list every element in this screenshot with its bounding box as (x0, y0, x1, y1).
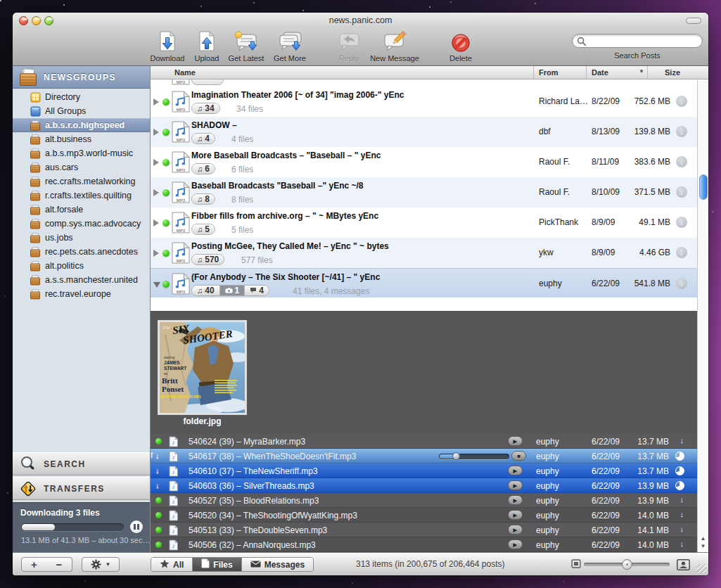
download-circle-icon[interactable]: ↓ (676, 186, 687, 198)
file-row[interactable]: ♪540520 (34) – TheShootingOfWyattKing.mp… (151, 508, 697, 523)
svg-text:MP3: MP3 (177, 168, 186, 172)
sidebar-item-all-groups[interactable]: All Groups (13, 104, 150, 118)
get-more-button[interactable]: Get More (264, 30, 316, 65)
download-circle-icon[interactable]: ↓ (676, 126, 687, 137)
action-menu-button[interactable]: ▼ (82, 557, 120, 572)
post-size: 541.8 MB (634, 279, 670, 288)
mp3-file-icon: MP3 (172, 91, 190, 115)
title-bar[interactable]: news.panic.com (13, 13, 708, 28)
sidebar-item-alt-forsale[interactable]: alt.forsale (13, 203, 150, 217)
download-arrow-icon[interactable]: ↓ (680, 539, 684, 548)
vertical-scrollbar[interactable]: ▲▼ (697, 79, 708, 552)
sidebar-item-rec-crafts-metalworking[interactable]: rec.crafts.metalworking (13, 174, 150, 188)
file-row[interactable]: ♪540624 (39) – MyraBarker.mp3▶euphy6/22/… (151, 434, 697, 449)
file-row[interactable]: ♪540506 (32) – AnnaNorquest.mp3▶euphy6/2… (151, 537, 697, 552)
new-message-button[interactable]: New Message (361, 30, 428, 65)
thumbnail-zoom-slider[interactable] (584, 563, 670, 566)
download-circle-icon[interactable]: ↓ (676, 156, 687, 167)
post-row[interactable]: MP3Posting McGee, They Called Me! – yEnc… (151, 238, 697, 268)
column-from[interactable]: From (539, 68, 559, 77)
sidebar-section-search[interactable]: SEARCH (13, 452, 150, 475)
filter-files[interactable]: Files (192, 558, 241, 571)
sidebar-item-directory[interactable]: Directory (13, 90, 150, 104)
sidebar-item-label: alt.politics (45, 261, 84, 271)
sidebar-item-comp-sys-mac-advocacy[interactable]: comp.sys.mac.advocacy (13, 217, 150, 231)
scrollbar-arrows[interactable]: ▲▼ (698, 535, 708, 550)
post-from: Raoul F. (539, 157, 570, 167)
sidebar-section-newsgroups[interactable]: NEWSGROUPS (13, 66, 150, 89)
play-button[interactable]: ▶ (508, 510, 523, 520)
file-row[interactable]: ↓♪540610 (37) – TheNewSheriff.mp3▶euphy6… (151, 464, 697, 478)
download-circle-icon[interactable]: ↓ (676, 96, 687, 107)
disclosure-closed-icon[interactable] (153, 129, 159, 136)
sidebar-item-label: rec.crafts.metalworking (45, 177, 136, 186)
post-row[interactable]: MP3Imagination Theater 2006 [~ of 34] "i… (151, 87, 697, 117)
file-row[interactable]: ↓♪540603 (36) – SilverThreads.mp3▶euphy6… (151, 478, 697, 493)
download-circle-icon[interactable]: ↓ (676, 278, 687, 289)
file-row[interactable]: ♪540513 (33) – TheDoubleSeven.mp3▶euphy6… (151, 523, 697, 537)
filter-label: Messages (264, 560, 305, 570)
column-name[interactable]: Name (174, 68, 196, 77)
message-count: 4 (244, 286, 269, 295)
svg-text:Britt: Britt (162, 376, 178, 385)
add-button[interactable]: + (21, 557, 47, 572)
file-row[interactable]: ↓⊺♪540617 (38) – WhenTheShoeDoesn'tFit.m… (151, 449, 697, 464)
post-row[interactable]: MP3(For Anybody – The Six Shooter [~/41]… (151, 268, 697, 298)
column-date[interactable]: Date (592, 68, 608, 77)
file-size: 13.9 MB (637, 496, 669, 506)
disclosure-closed-icon[interactable] (153, 219, 159, 226)
play-button[interactable]: ▶ (508, 539, 523, 549)
sidebar-item-rec-pets-cats-anecdotes[interactable]: rec.pets.cats.anecdotes (13, 245, 150, 259)
sidebar-item-rec-travel-europe[interactable]: rec.travel.europe (13, 287, 150, 301)
vertical-scrollbar-thumb[interactable] (699, 174, 708, 200)
sidebar-item-a-b-s-mp3-world-music[interactable]: a.b.s.mp3.world-music (13, 146, 150, 160)
delete-button[interactable]: Delete (435, 30, 487, 65)
post-row[interactable]: MP3Fibber fills from archive.org – " ~ M… (151, 207, 697, 238)
sidebar-item-label: a.b.s.mp3.world-music (45, 148, 133, 158)
post-row[interactable]: MP3More Baseball Broadcasts – "Baseball … (151, 147, 697, 177)
stop-button[interactable]: ■ (511, 451, 526, 461)
download-circle-icon[interactable]: ↓ (676, 217, 687, 228)
play-button[interactable]: ▶ (508, 495, 523, 505)
play-button[interactable]: ▶ (508, 436, 523, 446)
disclosure-closed-icon[interactable] (153, 159, 159, 166)
sidebar-item-aus-cars[interactable]: aus.cars (13, 160, 150, 174)
download-arrow-icon[interactable]: ↓ (680, 436, 684, 445)
sidebar-item-r-crafts-textiles-quilting[interactable]: r.crafts.textiles.quilting (13, 188, 150, 203)
disclosure-closed-icon[interactable] (153, 98, 159, 106)
download-arrow-icon[interactable]: ↓ (680, 495, 684, 504)
sidebar-item-alt-business[interactable]: alt.business (13, 132, 150, 146)
zoom-slider-thumb[interactable] (622, 559, 632, 570)
svg-text:♪: ♪ (172, 483, 175, 490)
disclosure-closed-icon[interactable] (153, 250, 159, 257)
pause-button[interactable] (130, 520, 143, 533)
resize-grip[interactable] (697, 564, 706, 573)
playback-scrubber[interactable] (439, 454, 509, 459)
play-button[interactable]: ▶ (508, 525, 523, 535)
toolbar-toggle-button[interactable] (686, 18, 701, 24)
sidebar-item-alt-politics[interactable]: alt.politics (13, 259, 150, 273)
column-size[interactable]: Size (665, 68, 680, 77)
sidebar-item-a-b-s-r-o-highspeed[interactable]: a.b.s.r.o.highspeed (13, 118, 150, 132)
disclosure-open-icon[interactable] (153, 282, 160, 288)
post-row[interactable]: MP3SHADOW –♫44 filesdbf8/13/09139.8 MB↓ (151, 117, 697, 147)
file-row[interactable]: ♪540527 (35) – BloodRelations.mp3▶euphy6… (151, 493, 697, 508)
download-circle-icon[interactable]: ↓ (676, 247, 687, 258)
post-row[interactable]: MP3Baseball Broadcasts "Baseball –" yEnc… (151, 177, 697, 207)
download-arrow-icon[interactable]: ↓ (680, 525, 684, 533)
remove-button[interactable]: − (46, 557, 72, 572)
play-button[interactable]: ▶ (508, 466, 523, 475)
sidebar-item-us-jobs[interactable]: us.jobs (13, 231, 150, 245)
sidebar-section-transfers[interactable]: TRANSFERS (13, 477, 150, 500)
download-arrow-icon[interactable]: ↓ (680, 510, 684, 518)
filter-messages[interactable]: Messages (241, 558, 313, 571)
play-button[interactable]: ▶ (508, 480, 523, 490)
search-icon (577, 37, 587, 46)
disclosure-closed-icon[interactable] (153, 189, 159, 196)
filter-all[interactable]: All (151, 558, 192, 571)
search-input[interactable] (572, 34, 703, 48)
transfer-progress-fill (22, 524, 55, 530)
scrubber-knob[interactable] (452, 452, 460, 460)
sidebar-item-a-s-s-manchester-united[interactable]: a.s.s.manchester.united (13, 273, 150, 287)
attachment-thumbnail[interactable]: The SIX SHOOTER starring JAMES STEWART a… (158, 321, 246, 414)
